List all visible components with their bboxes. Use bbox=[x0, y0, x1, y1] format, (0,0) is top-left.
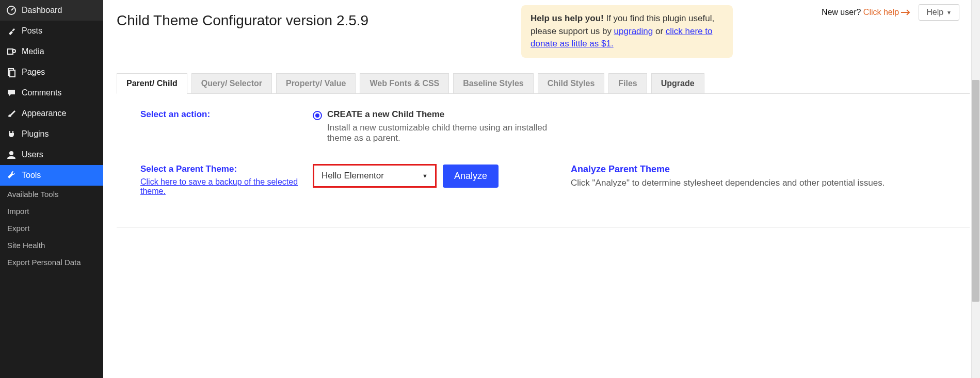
tab-files[interactable]: Files bbox=[608, 73, 647, 93]
tabs: Parent/ Child Query/ Selector Property/ … bbox=[117, 73, 970, 94]
sidebar-item-media[interactable]: Media bbox=[0, 41, 103, 62]
top-right-bar: New user? Click help Help ▼ bbox=[822, 4, 959, 21]
sidebar-item-users[interactable]: Users bbox=[0, 144, 103, 165]
radio-description: Install a new customizable child theme u… bbox=[327, 123, 571, 143]
radio-icon bbox=[313, 111, 322, 120]
scrollbar-thumb[interactable] bbox=[972, 80, 979, 302]
select-action-label: Select an action: bbox=[122, 109, 313, 120]
upgrade-link[interactable]: upgrading bbox=[614, 26, 653, 36]
tab-child-styles[interactable]: Child Styles bbox=[538, 73, 605, 93]
sidebar-item-label: Comments bbox=[22, 88, 61, 97]
sidebar-sub-export[interactable]: Export bbox=[0, 220, 103, 237]
radio-create-child[interactable]: CREATE a new Child Theme Install a new c… bbox=[313, 109, 571, 143]
radio-title: CREATE a new Child Theme bbox=[327, 109, 444, 119]
select-value: Hello Elementor bbox=[322, 171, 384, 181]
sidebar-item-plugins[interactable]: Plugins bbox=[0, 124, 103, 144]
tab-property-value[interactable]: Property/ Value bbox=[276, 73, 356, 93]
wrench-icon bbox=[6, 170, 17, 180]
sidebar-item-pages[interactable]: Pages bbox=[0, 62, 103, 83]
pin-icon bbox=[6, 26, 17, 36]
sidebar-item-comments[interactable]: Comments bbox=[0, 83, 103, 103]
click-help-link[interactable]: Click help bbox=[863, 8, 911, 17]
arrow-right-icon bbox=[901, 9, 911, 16]
support-notice: Help us help you! If you find this plugi… bbox=[521, 5, 733, 58]
sidebar-item-tools[interactable]: Tools bbox=[0, 165, 103, 186]
sidebar-item-posts[interactable]: Posts bbox=[0, 21, 103, 41]
tab-web-fonts[interactable]: Web Fonts & CSS bbox=[360, 73, 449, 93]
backup-link[interactable]: Click here to save a backup of the selec… bbox=[140, 177, 313, 196]
comment-icon bbox=[6, 88, 17, 98]
help-button[interactable]: Help ▼ bbox=[919, 4, 959, 21]
chevron-down-icon: ▼ bbox=[946, 10, 952, 15]
chevron-down-icon: ▼ bbox=[422, 173, 428, 179]
sidebar-sub-available-tools[interactable]: Available Tools bbox=[0, 186, 103, 203]
tab-query-selector[interactable]: Query/ Selector bbox=[191, 73, 272, 93]
dashboard-icon bbox=[6, 5, 17, 15]
analyze-button[interactable]: Analyze bbox=[443, 165, 499, 188]
tab-upgrade[interactable]: Upgrade bbox=[651, 73, 704, 93]
svg-point-5 bbox=[9, 151, 13, 155]
svg-rect-4 bbox=[10, 70, 15, 77]
media-icon bbox=[6, 46, 17, 57]
select-parent-label: Select a Parent Theme: bbox=[140, 164, 237, 174]
sidebar-item-label: Users bbox=[22, 150, 43, 159]
sidebar-item-appearance[interactable]: Appearance bbox=[0, 103, 103, 124]
sidebar-sub-export-personal[interactable]: Export Personal Data bbox=[0, 254, 103, 271]
new-user-label: New user? Click help bbox=[822, 8, 911, 17]
sidebar-sub-site-health[interactable]: Site Health bbox=[0, 237, 103, 254]
analyze-description: Click "Analyze" to determine stylesheet … bbox=[571, 178, 965, 188]
tab-parent-child[interactable]: Parent/ Child bbox=[117, 73, 187, 94]
sidebar-item-label: Plugins bbox=[22, 129, 49, 139]
main-content: Child Theme Configurator version 2.5.9 N… bbox=[103, 0, 980, 378]
scrollbar-track[interactable] bbox=[971, 0, 980, 378]
svg-point-2 bbox=[12, 50, 15, 53]
sidebar-item-dashboard[interactable]: Dashboard bbox=[0, 0, 103, 21]
sidebar-item-label: Pages bbox=[22, 68, 45, 77]
row-select-action: Select an action: CREATE a new Child The… bbox=[122, 109, 965, 143]
tab-content: Select an action: CREATE a new Child The… bbox=[117, 94, 970, 227]
sidebar-item-label: Posts bbox=[22, 26, 42, 36]
brush-icon bbox=[6, 108, 17, 119]
analyze-title: Analyze Parent Theme bbox=[571, 164, 965, 175]
row-select-parent: Select a Parent Theme: Click here to sav… bbox=[122, 164, 965, 196]
admin-sidebar: Dashboard Posts Media Pages Comments bbox=[0, 0, 103, 378]
pages-icon bbox=[6, 67, 17, 77]
tab-baseline-styles[interactable]: Baseline Styles bbox=[453, 73, 533, 93]
plug-icon bbox=[6, 129, 17, 139]
sidebar-item-label: Appearance bbox=[22, 109, 66, 118]
parent-theme-select[interactable]: Hello Elementor ▼ bbox=[313, 164, 437, 188]
sidebar-item-label: Dashboard bbox=[22, 6, 62, 15]
sidebar-item-label: Tools bbox=[22, 171, 41, 180]
user-icon bbox=[6, 150, 17, 160]
sidebar-item-label: Media bbox=[22, 47, 44, 56]
sidebar-sub-import[interactable]: Import bbox=[0, 203, 103, 220]
